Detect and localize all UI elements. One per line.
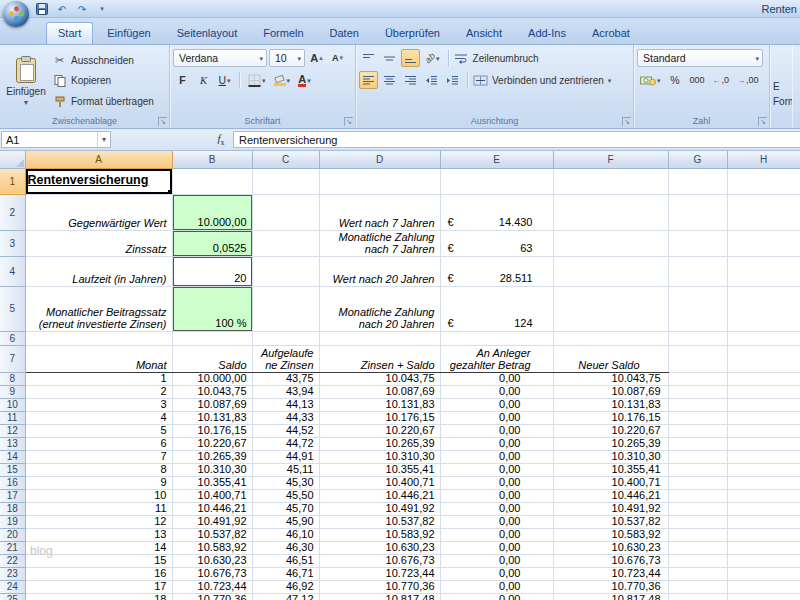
cell[interactable] bbox=[668, 580, 727, 593]
cell[interactable] bbox=[668, 502, 727, 515]
cell[interactable]: 10.000,00 bbox=[172, 372, 252, 385]
cell[interactable] bbox=[727, 489, 800, 502]
cell[interactable]: 10.087,69 bbox=[172, 398, 252, 411]
cell[interactable] bbox=[25, 331, 172, 345]
cell[interactable] bbox=[668, 437, 727, 450]
tab-daten[interactable]: Daten bbox=[318, 22, 371, 44]
cell[interactable] bbox=[668, 168, 727, 194]
cell[interactable] bbox=[668, 385, 727, 398]
cell[interactable]: 2 bbox=[25, 385, 172, 398]
column-header-d[interactable]: D bbox=[319, 151, 440, 168]
cell[interactable] bbox=[727, 411, 800, 424]
cell[interactable] bbox=[727, 502, 800, 515]
cell[interactable]: 10.491,92 bbox=[553, 502, 668, 515]
tab-einfügen[interactable]: Einfügen bbox=[95, 22, 162, 44]
name-box[interactable]: A1 ▾ bbox=[1, 131, 111, 148]
cell[interactable] bbox=[553, 230, 668, 256]
cell[interactable]: 10.630,23 bbox=[553, 541, 668, 554]
cell[interactable] bbox=[668, 286, 727, 331]
row-header[interactable]: 24 bbox=[0, 580, 25, 593]
cell[interactable] bbox=[727, 541, 800, 554]
column-header-c[interactable]: C bbox=[252, 151, 319, 168]
cell[interactable]: 10.446,21 bbox=[319, 489, 440, 502]
cell[interactable]: 10.770,36 bbox=[172, 593, 252, 600]
font-size-select[interactable]: 10 ▾ bbox=[269, 49, 305, 67]
paste-button[interactable]: Einfügen ▼ bbox=[3, 47, 49, 115]
underline-button[interactable]: U ▾ bbox=[215, 71, 234, 89]
cell[interactable] bbox=[440, 168, 553, 194]
row-header[interactable]: 12 bbox=[0, 424, 25, 437]
bold-button[interactable]: F bbox=[173, 71, 192, 89]
cell[interactable]: 10.537,82 bbox=[319, 515, 440, 528]
cell[interactable]: 0,00 bbox=[440, 411, 553, 424]
row-header[interactable]: 19 bbox=[0, 515, 25, 528]
cut-button[interactable]: ✂ Ausschneiden bbox=[52, 52, 166, 69]
cell[interactable] bbox=[727, 528, 800, 541]
cell[interactable]: 10.446,21 bbox=[172, 502, 252, 515]
cell[interactable]: 10.000,00 bbox=[172, 194, 252, 230]
cell[interactable] bbox=[727, 256, 800, 286]
row-header[interactable]: 22 bbox=[0, 554, 25, 567]
cell[interactable]: 10.265,39 bbox=[319, 437, 440, 450]
cell[interactable]: 10.310,30 bbox=[319, 450, 440, 463]
cell[interactable] bbox=[727, 554, 800, 567]
decrease-decimal-button[interactable]: → ,00 bbox=[734, 71, 762, 89]
shrink-font-button[interactable]: A▾ bbox=[328, 49, 347, 67]
alignment-dialog-launcher-icon[interactable]: ↘ bbox=[622, 117, 631, 126]
italic-button[interactable]: K bbox=[194, 71, 213, 89]
cell[interactable] bbox=[727, 463, 800, 476]
merge-center-button[interactable]: Verbinden und zentrieren ▾ bbox=[473, 72, 611, 89]
cell[interactable] bbox=[668, 554, 727, 567]
row-header[interactable]: 16 bbox=[0, 476, 25, 489]
column-header-f[interactable]: F bbox=[553, 151, 668, 168]
cell[interactable]: Monat bbox=[25, 345, 172, 372]
cell[interactable] bbox=[727, 450, 800, 463]
cell[interactable]: 10.676,73 bbox=[553, 554, 668, 567]
cell[interactable] bbox=[553, 331, 668, 345]
tab-add-ins[interactable]: Add-Ins bbox=[516, 22, 578, 44]
column-header-b[interactable]: B bbox=[172, 151, 252, 168]
accounting-format-button[interactable]: ▾ bbox=[637, 71, 664, 89]
cell[interactable]: Neuer Saldo bbox=[553, 345, 668, 372]
row-header[interactable]: 11 bbox=[0, 411, 25, 424]
cell[interactable] bbox=[727, 230, 800, 256]
office-button[interactable] bbox=[3, 1, 29, 27]
cell[interactable]: Gegenwärtiger Wert bbox=[25, 194, 172, 230]
cell[interactable] bbox=[172, 168, 252, 194]
cell[interactable]: An Anleger gezahlter Betrag bbox=[440, 345, 553, 372]
row-header[interactable]: 3 bbox=[0, 230, 25, 256]
cell[interactable]: 0,00 bbox=[440, 385, 553, 398]
cell[interactable]: 10.087,69 bbox=[553, 385, 668, 398]
cell[interactable]: 0,00 bbox=[440, 489, 553, 502]
cell[interactable]: 4 bbox=[25, 411, 172, 424]
cell[interactable] bbox=[668, 515, 727, 528]
percent-style-button[interactable]: % bbox=[666, 71, 685, 89]
cell[interactable]: 46,30 bbox=[252, 541, 319, 554]
cell[interactable]: 10.723,44 bbox=[319, 567, 440, 580]
cell[interactable] bbox=[668, 424, 727, 437]
cell[interactable]: 43,75 bbox=[252, 372, 319, 385]
cell[interactable] bbox=[553, 286, 668, 331]
cell[interactable] bbox=[727, 168, 800, 194]
cell[interactable]: €28.511 bbox=[440, 256, 553, 286]
cell[interactable]: Monatlicher Beitragssatz (erneut investi… bbox=[25, 286, 172, 331]
cell[interactable]: Saldo bbox=[172, 345, 252, 372]
grow-font-button[interactable]: A▴ bbox=[307, 49, 326, 67]
cell[interactable]: 20 bbox=[172, 256, 252, 286]
wrap-text-button[interactable]: Zeilenumbruch bbox=[454, 50, 539, 67]
cell[interactable]: 43,94 bbox=[252, 385, 319, 398]
cell[interactable]: Monatliche Zahlung nach 7 Jahren bbox=[319, 230, 440, 256]
cell[interactable] bbox=[668, 489, 727, 502]
row-header[interactable]: 9 bbox=[0, 385, 25, 398]
cell[interactable]: Zinssatz bbox=[25, 230, 172, 256]
cell[interactable] bbox=[668, 567, 727, 580]
cell[interactable]: 10.491,92 bbox=[319, 502, 440, 515]
cell[interactable]: Monatliche Zahlung nach 20 Jahren bbox=[319, 286, 440, 331]
cell[interactable]: 0,00 bbox=[440, 463, 553, 476]
increase-decimal-button[interactable]: ← ,0 bbox=[710, 71, 733, 89]
cell[interactable]: 45,11 bbox=[252, 463, 319, 476]
cell[interactable]: 10.817,48 bbox=[553, 593, 668, 600]
cell[interactable]: 10.770,36 bbox=[553, 580, 668, 593]
cell[interactable]: 10.537,82 bbox=[553, 515, 668, 528]
cell[interactable] bbox=[319, 331, 440, 345]
